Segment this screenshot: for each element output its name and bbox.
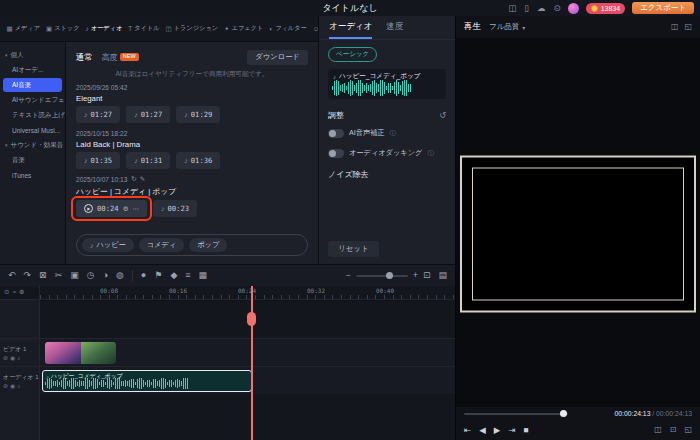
- lock-icon[interactable]: ⊘: [3, 383, 8, 389]
- sidebar-item-tts[interactable]: テキスト読み上げ: [0, 108, 65, 122]
- music-note-icon: [84, 111, 88, 118]
- mute-icon[interactable]: ♪: [17, 383, 20, 389]
- playhead-grip[interactable]: [247, 312, 256, 326]
- ripple-icon[interactable]: ≈: [12, 289, 16, 296]
- stop-icon[interactable]: ■: [523, 426, 528, 435]
- link-icon[interactable]: ⊕: [19, 289, 24, 296]
- tag-happy[interactable]: ハッピー: [82, 238, 134, 252]
- crop-icon[interactable]: ▣: [70, 271, 79, 280]
- regenerate-icon[interactable]: ↻: [131, 176, 136, 183]
- step-forward-icon[interactable]: ⇥: [508, 426, 515, 435]
- sidebar-item-music[interactable]: 音楽: [0, 153, 65, 167]
- play-icon[interactable]: ▶: [494, 426, 501, 435]
- color-icon[interactable]: ◑: [103, 271, 108, 280]
- tag-comedy[interactable]: コメディ: [139, 238, 184, 252]
- cloud-icon[interactable]: ☁: [537, 4, 546, 13]
- layout-icon[interactable]: ◫: [508, 4, 516, 13]
- sidebar-item-personal[interactable]: 個人: [0, 48, 65, 62]
- render-preview-icon[interactable]: ▦: [199, 271, 208, 280]
- snap-icon[interactable]: ⊙: [4, 289, 9, 296]
- audio-clip[interactable]: ハッピー_コメディ_ポップ: [42, 370, 252, 392]
- basic-mode-badge[interactable]: ベーシック: [328, 47, 377, 62]
- music-item[interactable]: 00:23: [153, 200, 197, 217]
- track-name: ビデオ 1: [3, 345, 39, 354]
- menu-item-sticker[interactable]: ☺ステッカー: [310, 16, 318, 41]
- compare-icon[interactable]: ◫: [654, 426, 662, 434]
- sidebar-item-universal-music[interactable]: Universal Musi...: [0, 123, 65, 137]
- timeline-zoom-slider[interactable]: [356, 275, 408, 277]
- music-item[interactable]: 01:27: [76, 106, 120, 123]
- tag-pop[interactable]: ポップ: [189, 238, 227, 252]
- music-item[interactable]: 01:27: [126, 106, 170, 123]
- menu-item-title[interactable]: Tタイトル: [126, 16, 162, 41]
- sidebar-item-ai-sfx[interactable]: AIサウンドエフェ...: [0, 93, 65, 107]
- zoom-in-icon[interactable]: +: [413, 271, 418, 280]
- reset-button[interactable]: リセット: [328, 241, 379, 257]
- export-button[interactable]: エクスポート: [632, 2, 694, 14]
- visibility-icon[interactable]: ◉: [10, 383, 15, 389]
- fullscreen-icon[interactable]: ◱: [684, 426, 692, 434]
- menu-item-stock[interactable]: ▣ストック: [44, 16, 83, 41]
- edit-icon[interactable]: ✎: [140, 176, 145, 183]
- seek-bar[interactable]: [464, 413, 568, 415]
- coins-badge[interactable]: 13834: [586, 3, 625, 14]
- music-item-selected[interactable]: 00:24: [76, 200, 147, 217]
- menu-item-filter[interactable]: ◐フィルター: [267, 16, 309, 41]
- reset-adjust-icon[interactable]: [439, 111, 446, 120]
- marker-icon[interactable]: ⚑: [154, 271, 162, 280]
- redo-icon[interactable]: ↷: [24, 271, 32, 280]
- sidebar-item-ai-music[interactable]: AI音楽: [3, 78, 62, 92]
- split-icon[interactable]: ✂: [55, 271, 63, 280]
- tab-normal[interactable]: 通常: [76, 52, 92, 63]
- settings-icon[interactable]: [123, 205, 129, 213]
- voiceover-record-icon[interactable]: ●: [141, 271, 146, 280]
- track-manager-icon[interactable]: ▤: [438, 271, 447, 280]
- snapshot-icon[interactable]: ⊡: [670, 426, 677, 434]
- music-item[interactable]: 01:36: [176, 152, 220, 169]
- sidebar-item-itunes[interactable]: iTunes: [0, 168, 65, 182]
- ducking-toggle[interactable]: [328, 149, 344, 158]
- play-icon[interactable]: [84, 204, 93, 213]
- audio-clip-card[interactable]: ハッピー_コメディ_ポップ: [328, 69, 446, 99]
- delete-icon[interactable]: ⊠: [39, 271, 47, 280]
- music-item[interactable]: 01:29: [176, 106, 220, 123]
- sidebar-item-sound-effects[interactable]: サウンド・効果音: [0, 138, 65, 152]
- music-item[interactable]: 01:35: [76, 152, 120, 169]
- lock-icon[interactable]: ⊘: [3, 355, 8, 361]
- fit-timeline-icon[interactable]: ⊡: [423, 271, 431, 280]
- keyframe-icon[interactable]: ◆: [170, 271, 177, 280]
- avatar[interactable]: [568, 3, 579, 14]
- step-back-icon[interactable]: ◀: [479, 426, 486, 435]
- download-button[interactable]: ダウンロード: [247, 50, 308, 65]
- zoom-out-icon[interactable]: −: [345, 271, 350, 280]
- menu-item-audio[interactable]: ♪オーディオ: [83, 16, 125, 41]
- quality-dropdown[interactable]: フル品質: [489, 22, 525, 32]
- title-icon: T: [128, 25, 132, 32]
- detach-icon[interactable]: ◱: [684, 23, 692, 31]
- pip-icon[interactable]: ◫: [671, 23, 679, 31]
- video-clip[interactable]: [45, 342, 116, 364]
- mixer-icon[interactable]: ≡: [185, 271, 190, 280]
- notifications-icon[interactable]: ⊙: [554, 4, 561, 13]
- playhead[interactable]: [251, 286, 253, 440]
- menu-item-effect[interactable]: ✦エフェクト: [222, 16, 266, 41]
- tab-advanced[interactable]: 高度 NEW: [101, 52, 138, 63]
- mute-icon[interactable]: ♪: [17, 355, 20, 361]
- tab-audio-properties[interactable]: オーディオ: [329, 16, 372, 39]
- undo-icon[interactable]: ↶: [8, 271, 16, 280]
- music-item[interactable]: 01:31: [126, 152, 170, 169]
- more-options-icon[interactable]: [132, 205, 139, 213]
- ai-voice-toggle[interactable]: [328, 129, 344, 138]
- device-icon[interactable]: ▯: [524, 4, 529, 13]
- speed-icon[interactable]: ◷: [87, 271, 95, 280]
- timeline-ruler[interactable]: 00:0800:1600:2400:3200:40: [40, 286, 455, 299]
- mask-icon[interactable]: ◍: [116, 271, 124, 280]
- visibility-icon[interactable]: ◉: [10, 355, 15, 361]
- menu-item-transition[interactable]: ◫トランジション: [163, 16, 220, 41]
- seek-handle[interactable]: [560, 410, 567, 417]
- tab-speed[interactable]: 速度: [386, 16, 403, 39]
- sidebar-item-ai-audio[interactable]: AIオーデ...: [0, 63, 65, 77]
- date-text: 2025/10/15 18:22: [76, 130, 127, 137]
- menu-item-media[interactable]: ▦メディア: [4, 16, 43, 41]
- skip-start-icon[interactable]: ⇤: [464, 426, 471, 435]
